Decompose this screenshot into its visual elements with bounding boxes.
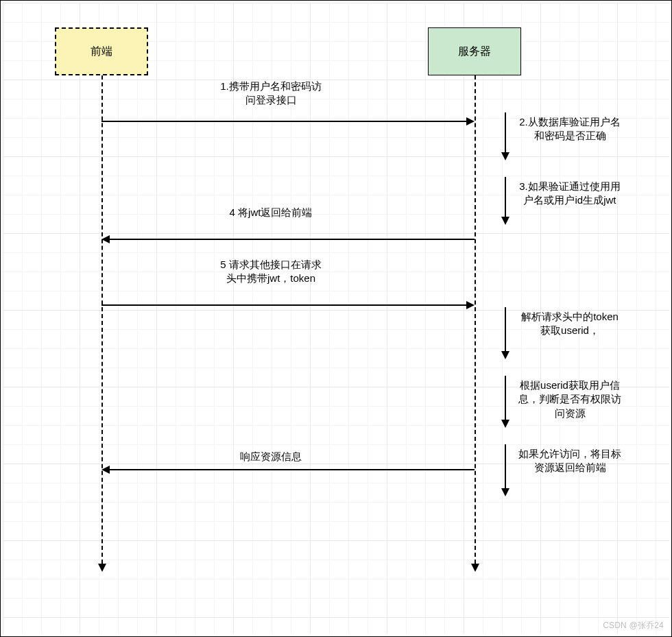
msg1-arrow [101, 121, 466, 122]
msg-resp-arrowhead [101, 466, 110, 474]
msg4-arrow [110, 239, 475, 240]
step-auth-arrow [505, 376, 506, 420]
step-allow-arrowhead [501, 488, 509, 496]
msg-resp-arrow [110, 469, 475, 470]
step-auth-arrowhead [501, 420, 509, 428]
step3-arrow [505, 177, 506, 217]
step-allow-label: 如果允许访问，将目标资源返回给前端 [518, 447, 621, 475]
msg-resp-label: 响应资源信息 [219, 450, 322, 464]
step2-arrow [505, 112, 506, 152]
msg5-label: 5 请求其他接口在请求头中携带jwt，token [219, 258, 322, 286]
step2-arrowhead [501, 152, 509, 160]
step-allow-arrow [505, 444, 506, 488]
lifeline-server [475, 75, 476, 564]
msg4-label: 4 将jwt返回给前端 [219, 206, 322, 219]
msg1-arrowhead [466, 117, 475, 125]
step2-label: 2.从数据库验证用户名和密码是否正确 [518, 115, 621, 143]
step3-label: 3.如果验证通过使用用户名或用户id生成jwt [518, 180, 621, 208]
lifeline-server-arrowhead [471, 564, 479, 572]
lifeline-frontend [101, 75, 103, 564]
msg5-arrow [101, 304, 466, 306]
step-parse-arrow [505, 307, 506, 351]
lifeline-frontend-arrowhead [98, 564, 106, 572]
step-parse-arrowhead [501, 351, 509, 359]
actor-server-label: 服务器 [458, 45, 491, 59]
msg5-arrowhead [466, 301, 475, 309]
actor-frontend-label: 前端 [91, 45, 112, 59]
watermark: CSDN @张乔24 [603, 620, 664, 632]
step-auth-label: 根据userid获取用户信息，判断是否有权限访问资源 [518, 378, 621, 420]
step-parse-label: 解析请求头中的token获取userid， [518, 310, 621, 338]
actor-server: 服务器 [428, 27, 521, 75]
msg1-label: 1.携带用户名和密码访问登录接口 [219, 80, 322, 108]
step3-arrowhead [501, 217, 509, 225]
actor-frontend: 前端 [55, 27, 148, 75]
msg4-arrowhead [101, 235, 110, 243]
